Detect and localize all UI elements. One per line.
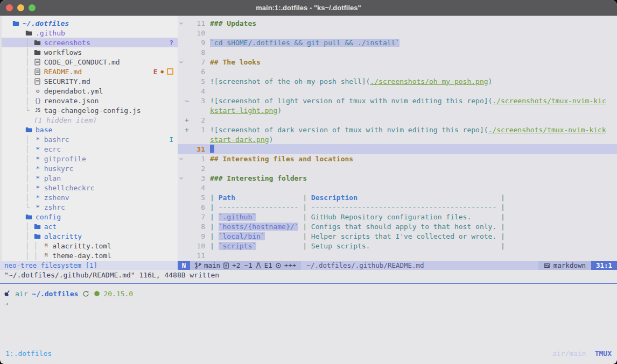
tree-item-badges: ?: [169, 39, 178, 47]
tree-item-theme-day.toml[interactable]: │ │ Mtheme-day.toml: [2, 251, 178, 260]
tree-item-screenshots[interactable]: │ screenshots?: [2, 38, 178, 47]
tree-item-code-of-conduct.md[interactable]: │ CODE_OF_CONDUCT.md: [2, 57, 178, 67]
editor-line-4[interactable]: 4: [178, 183, 617, 192]
editor-line-5[interactable]: 5![screenshot of the oh-my-posh shell](.…: [178, 76, 617, 86]
tree-item-security.md[interactable]: │ SECURITY.md: [2, 76, 178, 86]
line-text: | `hosts/{hostname}/` | Configs that sho…: [210, 223, 505, 231]
fold-chevron-icon: [179, 60, 184, 65]
syntax-th: Description: [311, 194, 357, 202]
close-button[interactable]: [6, 4, 13, 11]
syntax-delim: |: [210, 223, 219, 231]
syntax-delim: | ------------------- | ----------------…: [210, 203, 505, 211]
tmux-window-item[interactable]: 1:.dotfiles: [5, 349, 52, 358]
tree-item-alacritty[interactable]: │ alacritty: [2, 231, 178, 241]
editor-line-6[interactable]: 6| ------------------- | ---------------…: [178, 202, 617, 212]
editor-line-wrap[interactable]: kstart-light.png): [178, 105, 617, 115]
syntax-delim: |: [303, 232, 311, 240]
titlebar[interactable]: main:1:.dotfiles - "ks~/.dotfiles": [0, 0, 617, 16]
git-sign: +: [185, 126, 191, 134]
prompt-host: air: [15, 290, 27, 298]
line-text: ![screenshot of light version of tmux wi…: [210, 97, 606, 105]
git-sign: +: [185, 116, 191, 124]
tree-item-dependabot.yml[interactable]: │ ⚙dependabot.yml: [2, 86, 178, 96]
syntax-text: ): [488, 77, 493, 85]
git-branch-icon: [195, 262, 201, 269]
tree-item-readme.md[interactable]: │ README.mdE●: [2, 67, 178, 76]
shell-prompt: air ~/.dotfiles 20.15.0: [4, 289, 617, 298]
editor-line-4[interactable]: 4: [178, 86, 617, 96]
minimize-button[interactable]: [17, 4, 24, 11]
indent-guide: │: [25, 77, 34, 85]
zoom-button[interactable]: [29, 4, 36, 11]
indent-guide: │: [25, 135, 34, 144]
neo-tree-sidebar[interactable]: ~/.dotfiles.github│ screenshots?│ workfl…: [0, 16, 178, 261]
tree-item-workflows[interactable]: │ workflows: [2, 47, 178, 57]
editor-line-2[interactable]: 2: [178, 163, 617, 173]
editor-line-9[interactable]: 9`cd $HOME/.dotfiles && git pull && ./in…: [178, 38, 617, 47]
indent-guide: │: [25, 232, 34, 240]
shell-input-line[interactable]: →: [4, 298, 617, 308]
editor-line-6[interactable]: 6: [178, 67, 617, 76]
editor-line-8[interactable]: 8| `hosts/{hostname}/` | Configs that sh…: [178, 222, 617, 231]
tree-item-label: screenshots: [44, 39, 90, 47]
tree-item-ecrc[interactable]: │ *ecrc: [2, 144, 178, 154]
editor-line-wrap[interactable]: start-dark.png): [178, 134, 617, 144]
tree-item-bashrc[interactable]: │ *bashrcI: [2, 134, 178, 144]
line-text: [210, 145, 214, 153]
tree-item-act[interactable]: │ act: [2, 222, 178, 231]
editor-line-3[interactable]: ~3![screenshot of light version of tmux …: [178, 96, 617, 105]
tree-item--.dotfiles[interactable]: ~/.dotfiles: [2, 18, 178, 28]
statusline-filetype: markdown: [538, 261, 591, 270]
editor-line-7[interactable]: 7## The looks: [178, 57, 617, 67]
editor-line-11[interactable]: 11: [178, 251, 617, 260]
tree-item-.github[interactable]: .github: [2, 28, 178, 38]
tree-item-gitprofile[interactable]: │ *gitprofile: [2, 154, 178, 163]
editor-buffer[interactable]: 11### Updates109`cd $HOME/.dotfiles && g…: [178, 16, 617, 261]
tmux-pane-shell[interactable]: air ~/.dotfiles 20.15.0 →: [0, 284, 617, 308]
line-number: 1: [191, 126, 205, 134]
fold-column: [178, 58, 185, 66]
editor-line-10[interactable]: 10: [178, 28, 617, 38]
tree-item-config[interactable]: config: [2, 212, 178, 222]
tree-item-plan[interactable]: │ *plan: [2, 173, 178, 183]
line-text: ### Interesting folders: [210, 174, 307, 182]
tree-item-label: config: [36, 213, 61, 221]
tree-item-alacritty.toml[interactable]: │ │ Malacritty.toml: [2, 241, 178, 251]
tree-item-huskyrc[interactable]: │ *huskyrc: [2, 163, 178, 173]
diff-file-icon: [223, 262, 229, 269]
editor-line-8[interactable]: 8: [178, 47, 617, 57]
tree-item-base[interactable]: base: [2, 125, 178, 134]
editor-line-11[interactable]: 11### Updates: [178, 18, 617, 28]
badge-q: ?: [169, 39, 173, 47]
indent-guide: │: [25, 39, 34, 47]
tree-item-tag-changelog-config.js[interactable]: └ JStag-changelog-config.js: [2, 105, 178, 115]
syntax-delim: |: [501, 232, 505, 240]
tree-item-zshenv[interactable]: │ *zshenv: [2, 192, 178, 202]
line-number: 9: [191, 232, 205, 240]
line-text: | Path | Description |: [210, 194, 505, 202]
fold-chevron-icon: [179, 156, 184, 161]
filetype-label: markdown: [553, 261, 586, 269]
editor-line-7[interactable]: 7| `.github` | GitHub Repository configu…: [178, 212, 617, 222]
tree-item--1-hidden-item-[interactable]: (1 hidden item): [2, 115, 178, 125]
fold-column: [178, 19, 185, 27]
editor-line-10[interactable]: 10| `scripts` | Setup scripts. |: [178, 241, 617, 251]
editor-line-3[interactable]: 3### Interesting folders: [178, 173, 617, 183]
file-icon: [34, 59, 41, 66]
prompt-cwd: ~/.dotfiles: [32, 290, 78, 298]
syntax-h2: ## The looks: [210, 58, 261, 66]
editor-line-5[interactable]: 5| Path | Description |: [178, 192, 617, 202]
tree-item-zshrc[interactable]: └ *zshrc: [2, 202, 178, 212]
tree-item-shellcheckrc[interactable]: │ *shellcheckrc: [2, 183, 178, 192]
tree-item-label: workflows: [44, 48, 82, 56]
tree-item-label: bashrc: [44, 135, 69, 144]
editor-line-9[interactable]: 9| `local/bin` | Helper scripts that I'v…: [178, 231, 617, 241]
editor-line-1[interactable]: +1![screenshot of dark version of tmux w…: [178, 125, 617, 134]
editor-line-1[interactable]: 1## Interesting files and locations: [178, 154, 617, 163]
fold-chevron-icon: [179, 176, 184, 181]
syntax-h2: ## Interesting files and locations: [210, 155, 353, 163]
editor-line-31[interactable]: 31: [178, 144, 617, 154]
tree-item-renovate.json[interactable]: │ {}renovate.json: [2, 96, 178, 105]
indent-guide: │: [25, 87, 34, 95]
editor-line-2[interactable]: +2: [178, 115, 617, 125]
